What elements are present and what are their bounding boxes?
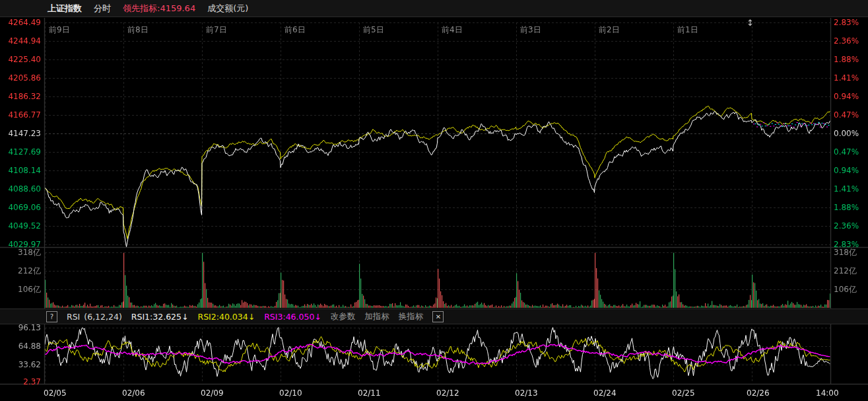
percent-axis-label: 1.88% [834, 203, 859, 212]
rsi1-value: RSI1:32.625↓ [131, 312, 189, 322]
change-params-button[interactable]: 改参数 [331, 311, 356, 322]
rsi-indicator-name: RSI [67, 312, 80, 322]
stock-app-window: 上证指数 分时 领先指标:4159.64 成交额(元) ↕ 4264.49 42… [0, 0, 868, 401]
time-axis-label: 02/13 [515, 388, 538, 398]
day-label: 前9日 [49, 25, 70, 34]
day-label: 前8日 [127, 25, 149, 34]
day-label: 前1日 [677, 25, 698, 34]
percent-axis-label: 1.41% [834, 184, 859, 194]
volume-axis-label: 106亿 [0, 285, 41, 294]
percent-axis-label: 1.88% [834, 55, 859, 64]
day-label: 前5日 [363, 25, 384, 34]
time-axis-label: 02/10 [279, 388, 302, 398]
price-axis-label: 4088.60 [0, 184, 41, 194]
switch-indicator-button[interactable]: 换指标 [399, 311, 424, 322]
day-label: 前6日 [284, 25, 306, 34]
time-axis-label: 02/25 [672, 388, 695, 398]
price-axis-label: 4205.86 [0, 73, 41, 83]
rsi-axis-label: 64.88 [0, 342, 41, 351]
percent-axis-label: 2.36% [834, 36, 859, 46]
index-name[interactable]: 上证指数 [48, 3, 82, 15]
price-axis-label: 4127.69 [0, 147, 41, 157]
day-label: 前2日 [599, 25, 620, 34]
add-indicator-button[interactable]: 加指标 [364, 311, 389, 322]
close-icon[interactable]: ✕ [432, 311, 444, 322]
percent-axis-label: 0.00% [834, 129, 859, 138]
price-axis-label: 4225.40 [0, 55, 41, 64]
percent-axis-label: 0.47% [834, 147, 859, 157]
leading-indicator: 领先指标:4159.64 [123, 3, 195, 15]
time-axis-label: 02/26 [747, 388, 770, 398]
time-axis-label: 02/12 [436, 388, 459, 398]
header-bar: 上证指数 分时 领先指标:4159.64 成交额(元) [0, 0, 868, 17]
percent-axis-label: 2.36% [834, 221, 859, 231]
tab-minute-chart[interactable]: 分时 [94, 3, 111, 15]
time-axis-label: 02/11 [358, 388, 381, 398]
time-axis-label: 02/06 [122, 388, 145, 398]
volume-axis-label: 212亿 [0, 266, 41, 275]
rsi-axis-label: 33.62 [0, 360, 41, 369]
time-axis-label: 02/24 [593, 388, 617, 398]
percent-axis-label: 0.47% [834, 110, 859, 120]
updown-arrow-icon[interactable]: ↕ [747, 18, 754, 28]
day-label: 前7日 [206, 25, 227, 34]
time-axis-label: 14:00 [816, 388, 839, 398]
price-axis-label: 4049.52 [0, 221, 41, 231]
volume-axis-label: 106亿 [834, 285, 857, 294]
price-axis-label: 4264.49 [0, 18, 41, 27]
time-axis-label: 02/09 [201, 388, 224, 398]
rsi2-value: RSI2:40.034↓ [197, 312, 255, 322]
volume-axis-label: 212亿 [834, 266, 857, 275]
rsi-axis-label: 96.13 [0, 323, 41, 332]
percent-axis-label: 2.83% [834, 18, 859, 27]
price-axis-label: 4244.94 [0, 36, 41, 46]
rsi-axis-label: 2.37 [0, 377, 41, 386]
chart-canvas[interactable] [0, 0, 868, 401]
day-label: 前3日 [520, 25, 541, 34]
percent-axis-label: 0.94% [834, 92, 859, 101]
rsi-params: (6,12,24) [84, 312, 121, 322]
leading-indicator-label: 领先指标: [123, 3, 160, 13]
price-axis-label: 4186.32 [0, 92, 41, 101]
percent-axis-label: 1.41% [834, 73, 859, 83]
volume-axis-label: 318亿 [834, 248, 857, 257]
price-axis-label: 4069.06 [0, 203, 41, 212]
rsi3-value: RSI3:46.050↓ [264, 312, 321, 322]
percent-axis-label: 0.94% [834, 166, 859, 175]
leading-indicator-value: 4159.64 [160, 3, 195, 13]
rsi-header: ? RSI (6,12,24) RSI1:32.625↓ RSI2:40.034… [0, 309, 868, 324]
time-axis-label: 02/05 [44, 388, 67, 398]
turnover-unit-label: 成交额(元) [207, 3, 248, 15]
volume-axis-label: 318亿 [0, 248, 41, 257]
price-axis-label: 4147.23 [0, 129, 41, 138]
price-axis-label: 4166.77 [0, 110, 41, 120]
day-label: 前4日 [442, 25, 463, 34]
price-axis-label: 4108.14 [0, 166, 41, 175]
help-icon[interactable]: ? [46, 311, 57, 322]
